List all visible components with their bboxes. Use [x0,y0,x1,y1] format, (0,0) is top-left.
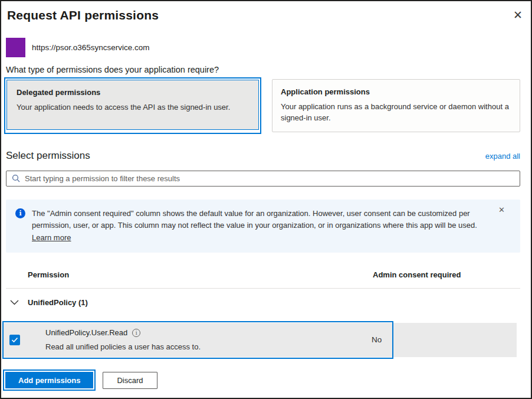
card-title: Delegated permissions [17,88,249,97]
add-permissions-focus-ring: Add permissions [3,369,96,391]
app-logo [6,38,25,57]
check-icon [11,337,18,343]
app-identity: https://psor.o365syncservice.com [6,38,531,57]
request-api-permissions-dialog: Request API permissions ✕ https://psor.o… [0,0,532,399]
search-input[interactable] [6,171,520,187]
banner-text: The "Admin consent required" column show… [32,208,490,244]
permission-search [6,171,520,187]
info-icon [15,208,25,218]
card-description: Your application runs as a background se… [281,102,511,124]
permission-checkbox[interactable] [9,335,20,345]
dialog-header: Request API permissions [1,1,531,22]
discard-button[interactable]: Discard [103,372,157,389]
permission-type-cards: Delegated permissions Your application n… [1,77,531,134]
admin-consent-info-banner: The "Admin consent required" column show… [6,200,520,253]
expand-all-link[interactable]: expand all [485,152,520,161]
row-selection-outline [2,321,393,359]
search-icon [12,174,20,185]
chevron-down-icon[interactable] [10,300,23,305]
learn-more-link[interactable]: Learn more [32,233,71,242]
app-url: https://psor.o365syncservice.com [32,43,150,52]
permission-name: UnifiedPolicy.User.Read [45,328,127,337]
permission-type-question: What type of permissions does your appli… [6,65,531,74]
page-title: Request API permissions [7,8,525,22]
select-permissions-row: Select permissions expand all [6,150,520,162]
banner-message: The "Admin consent required" column show… [32,209,477,230]
add-permissions-button[interactable]: Add permissions [5,372,93,388]
info-tooltip-icon[interactable] [132,329,140,337]
admin-consent-value: No [372,335,382,344]
group-label: UnifiedPolicy (1) [28,298,88,307]
permission-description: Read all unified policies a user has acc… [45,342,201,351]
close-icon[interactable]: ✕ [513,9,523,21]
banner-close-icon[interactable]: ✕ [498,205,505,214]
permissions-table-header: Permission Admin consent required [6,269,520,284]
card-title: Application permissions [281,87,511,96]
permission-group-unifiedpolicy[interactable]: UnifiedPolicy (1) [6,289,520,316]
delegated-permissions-card[interactable]: Delegated permissions Your application n… [6,80,259,130]
column-header-admin-consent: Admin consent required [373,270,461,279]
dialog-footer: Add permissions Discard [3,369,520,391]
application-permissions-card[interactable]: Application permissions Your application… [272,79,520,132]
permission-row-unifiedpolicy-user-read[interactable]: UnifiedPolicy.User.Read Read all unified… [2,323,517,357]
delegated-permissions-card-focus: Delegated permissions Your application n… [4,77,261,134]
select-permissions-heading: Select permissions [6,150,90,162]
column-header-permission: Permission [28,270,69,279]
card-description: Your application needs to access the API… [17,102,249,113]
